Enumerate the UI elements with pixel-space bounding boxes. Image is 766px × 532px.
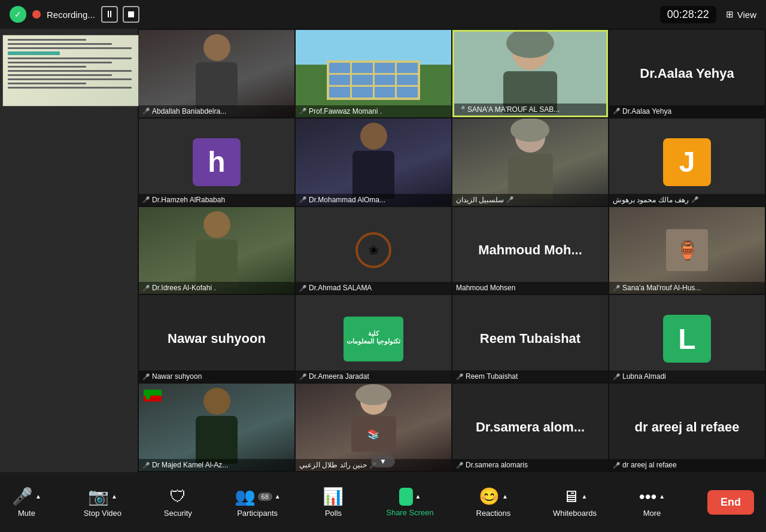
microphone-icon: 🎤 [12, 487, 33, 506]
participant-tile[interactable]: Dr.Aalaa Yehya 🎤 Dr.Aalaa Yehya [609, 30, 765, 117]
share-screen-icon: ↑ [399, 488, 413, 506]
scroll-down-button[interactable]: ▼ [371, 455, 395, 467]
polls-icon: 📊 [323, 487, 344, 506]
security-button[interactable]: 🛡 Security [164, 487, 192, 518]
participant-label: 🎤 Nawar suhyoon [139, 370, 294, 382]
participant-label: 🎤 Dr Majed Kamel Al-Az... [139, 459, 294, 471]
more-icon: ••• [639, 487, 656, 506]
mic-off-icon: 🎤 [142, 462, 150, 469]
participant-tile[interactable]: 🎤 Dr.Mohammad AlOma... [296, 118, 451, 206]
record-dot [32, 10, 41, 19]
whiteboards-icon: 🖥 [563, 487, 579, 506]
stop-video-button[interactable]: 📷 ▲ Stop Video [84, 487, 121, 518]
shared-screen[interactable] [2, 35, 139, 107]
participant-label: 🎤 Dr.Idrees Al-Kofahi . [139, 282, 294, 294]
mic-off-icon: 🎤 [691, 196, 698, 203]
mic-off-icon: 🎤 [613, 462, 620, 469]
main-content: 🎤 Abdallah Baniabdelra... 🎤 Prof.Fawwaz … [0, 29, 766, 472]
participant-tile[interactable]: ❀ 🎤 Dr.Ahmad SALAMA [296, 207, 451, 294]
participant-tile[interactable]: Mahmoud Moh... Mahmoud Mohsen [452, 207, 608, 294]
participant-label: Mahmoud Mohsen [452, 282, 608, 294]
mic-off-icon: 🎤 [506, 196, 513, 203]
share-screen-button[interactable]: ↑ ▲ Share Screen [386, 488, 434, 517]
participant-tile[interactable]: 🎤 سلسبيل الزيدان [452, 118, 608, 206]
mic-off-icon: 🎤 [299, 108, 306, 114]
more-caret[interactable]: ▲ [659, 493, 665, 500]
participant-tile[interactable]: dr areej al refaee 🎤 dr areej al refaee [609, 384, 765, 471]
participants-caret[interactable]: ▲ [275, 493, 281, 500]
participant-tile[interactable]: 🎤 Abdallah Baniabdelra... [139, 30, 294, 117]
participant-label: 🎤 Dr.Hamzeh AlRababah [139, 194, 294, 206]
mute-caret[interactable]: ▲ [35, 493, 41, 500]
participant-tile[interactable]: Nawar suhyoon 🎤 Nawar suhyoon [139, 295, 294, 382]
whiteboards-button[interactable]: 🖥 ▲ Whiteboards [553, 487, 597, 518]
participant-tile[interactable]: Dr.samera alom... 🎤 Dr.samera alomaris [452, 384, 608, 471]
mic-off-icon: 🎤 [613, 373, 620, 380]
participants-icon: 👥 [235, 487, 256, 506]
mic-off-icon: 🎤 [456, 462, 463, 469]
more-button[interactable]: ••• ▲ More [639, 487, 665, 518]
timer: 00:28:22 [660, 6, 716, 23]
flower-logo: ❀ [349, 226, 397, 274]
security-label: Security [164, 509, 192, 518]
participant-tile[interactable]: L 🎤 Lubna Almadi [609, 295, 765, 382]
participant-label: 🎤 Dr.samera alomaris [452, 459, 608, 471]
participant-tile[interactable]: Reem Tubaishat 🎤 Reem Tubaishat [452, 295, 608, 382]
avatar-l: L [663, 315, 711, 363]
participant-label: 🎤 سلسبيل الزيدان [452, 194, 608, 206]
mute-button[interactable]: 🎤 ▲ Mute [12, 487, 41, 518]
participants-button[interactable]: 👥 68 ▲ Participants [235, 487, 281, 518]
mic-off-icon: 🎤 [613, 108, 620, 114]
participant-tile-highlighted[interactable]: 🎤 SANA'A MA'ROUF AL SAB... [452, 30, 608, 117]
mic-off-icon: 🎤 [142, 285, 150, 291]
participant-tile[interactable]: J 🎤 رهف مالك محمود برهوش [609, 118, 765, 206]
reactions-label: Reactions [476, 509, 511, 518]
mic-off-icon: 🎤 [142, 196, 150, 203]
end-button[interactable]: End [707, 490, 754, 515]
left-panel [0, 29, 138, 472]
participant-label: 🎤 dr areej al refaee [609, 459, 765, 471]
participant-label: 🎤 Abdallah Baniabdelra... [139, 105, 294, 117]
top-bar-right: 00:28:22 ⊞ View [660, 6, 756, 23]
stop-button[interactable]: ⏹ [123, 6, 139, 23]
recording-label: Recording... [47, 10, 95, 20]
pause-button[interactable]: ⏸ [101, 6, 118, 23]
participant-grid: 🎤 Abdallah Baniabdelra... 🎤 Prof.Fawwaz … [138, 29, 766, 472]
participant-tile[interactable]: 🎤 Dr.Idrees Al-Kofahi . [139, 207, 294, 294]
share-screen-label: Share Screen [386, 508, 434, 517]
mic-off-icon: 🎤 [613, 285, 620, 291]
view-button[interactable]: ⊞ View [726, 9, 756, 20]
mic-off-icon: 🎤 [456, 373, 463, 380]
polls-label: Polls [325, 509, 342, 518]
polls-button[interactable]: 📊 Polls [323, 487, 344, 518]
reactions-caret[interactable]: ▲ [502, 493, 508, 500]
reactions-icon: 😊 [479, 487, 500, 506]
view-icon: ⊞ [726, 9, 734, 20]
bottom-toolbar: 🎤 ▲ Mute 📷 ▲ Stop Video 🛡 Security 👥 68 … [0, 472, 766, 532]
mic-off-icon: 🎤 [299, 373, 306, 380]
top-bar: ✓ Recording... ⏸ ⏹ 00:28:22 ⊞ View [0, 0, 766, 29]
participant-label: 🎤 Sana'a Mal'rouf Al-Hus... [609, 282, 765, 294]
participant-tile[interactable]: 🎤 Dr Majed Kamel Al-Az... [139, 384, 294, 471]
participant-tile[interactable]: h 🎤 Dr.Hamzeh AlRababah [139, 118, 294, 206]
avatar-j: J [663, 138, 711, 186]
more-label: More [643, 509, 661, 518]
participant-label: 🎤 Lubna Almadi [609, 370, 765, 382]
chevron-down-icon: ▼ [379, 457, 387, 466]
stop-video-label: Stop Video [84, 509, 121, 518]
avatar-h: h [193, 138, 241, 186]
participant-label: 🎤 Reem Tubaishat [452, 370, 608, 382]
mic-off-icon: 🎤 [142, 108, 150, 114]
security-icon: 🛡 [169, 487, 186, 506]
participant-tile[interactable]: 🎤 Prof.Fawwaz Momani . [296, 30, 451, 117]
participant-tile[interactable]: كليةتكنولوجيا المعلومات 🎤 Dr.Ameera Jara… [296, 295, 451, 382]
participant-label: 🎤 Dr.Ahmad SALAMA [296, 282, 451, 294]
whiteboards-label: Whiteboards [553, 509, 597, 518]
top-bar-left: ✓ Recording... ⏸ ⏹ [10, 6, 139, 23]
whiteboards-caret[interactable]: ▲ [582, 493, 588, 500]
view-label: View [737, 10, 756, 20]
share-screen-caret[interactable]: ▲ [415, 493, 421, 500]
video-caret[interactable]: ▲ [111, 493, 117, 500]
participant-tile[interactable]: 🏺 🎤 Sana'a Mal'rouf Al-Hus... [609, 207, 765, 294]
reactions-button[interactable]: 😊 ▲ Reactions [476, 487, 511, 518]
